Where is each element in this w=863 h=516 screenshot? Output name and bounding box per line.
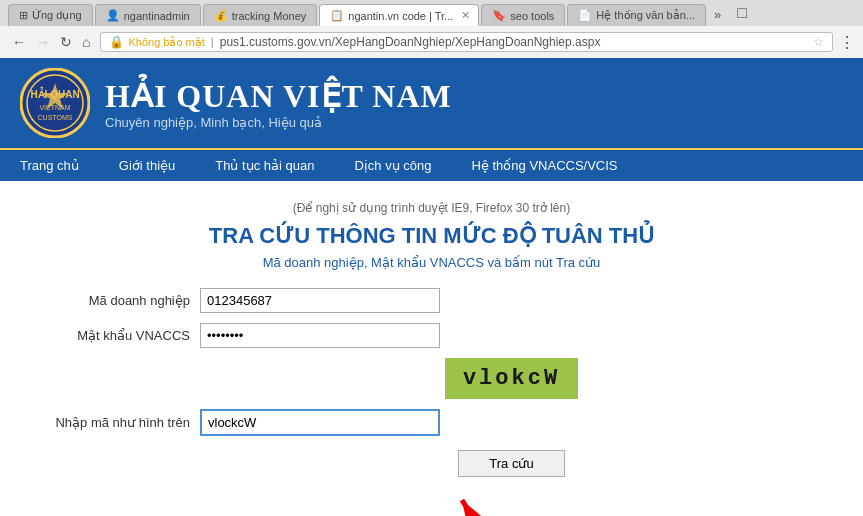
ma-dn-label: Mã doanh nghiệp [40, 293, 200, 308]
mat-khau-label: Mật khẩu VNACCS [40, 328, 200, 343]
nav-gioi-thieu[interactable]: Giới thiệu [99, 150, 195, 181]
forward-button[interactable]: → [32, 32, 54, 52]
tab-favicon: ⊞ [19, 9, 28, 22]
mat-khau-input[interactable] [200, 323, 440, 348]
nav-he-thong-vnaccs[interactable]: Hệ thống VNACCS/VCIS [452, 150, 638, 181]
svg-text:CUSTOMS: CUSTOMS [38, 114, 73, 121]
tab-close-icon[interactable]: ✕ [461, 9, 470, 22]
submit-button[interactable]: Tra cứu [458, 450, 564, 477]
site-logo: HẢI QUAN VIETNAM CUSTOMS [20, 68, 90, 138]
tab-favicon: 👤 [106, 9, 120, 22]
svg-text:VIETNAM: VIETNAM [39, 104, 70, 111]
main-title: TRA CỨU THÔNG TIN MỨC ĐỘ TUÂN THỦ [40, 223, 823, 249]
captcha-input-table: Nhập mã như hình trên [40, 409, 823, 436]
ma-dn-input[interactable] [200, 288, 440, 313]
separator: | [211, 36, 214, 48]
site-nav: Trang chủ Giới thiệu Thủ tục hải quan Dị… [0, 148, 863, 181]
tab-favicon: 📄 [578, 9, 592, 22]
nav-thu-tuc-hai-quan[interactable]: Thủ tục hải quan [195, 150, 334, 181]
reload-button[interactable]: ↻ [56, 32, 76, 52]
red-arrow [432, 485, 512, 516]
svg-line-7 [462, 500, 492, 516]
nav-trang-chu[interactable]: Trang chủ [0, 150, 99, 181]
form-table: Mã doanh nghiệp Mật khẩu VNACCS [40, 288, 823, 348]
captcha-input-row: Nhập mã như hình trên [40, 409, 823, 436]
main-content: (Để nghị sử dụng trình duyệt IE9, Firefo… [0, 181, 863, 516]
tab-he-thong-van-ban[interactable]: 📄 Hệ thống văn bản... [567, 4, 706, 26]
browser-tabs: ⊞ Ứng dụng 👤 ngantinadmin 💰 tracking Mon… [0, 0, 863, 26]
site-title: HẢI QUAN VIỆT NAM [105, 77, 452, 115]
captcha-image: vlokcW [445, 358, 578, 399]
back-button[interactable]: ← [8, 32, 30, 52]
site-subtitle: Chuyên nghiệp, Minh bạch, Hiệu quả [105, 115, 452, 130]
new-tab-icon[interactable]: □ [729, 0, 755, 26]
more-tabs-icon[interactable]: » [708, 3, 727, 26]
tab-seo-tools[interactable]: 🔖 seo tools [481, 4, 565, 26]
nav-buttons: ← → ↻ ⌂ [8, 32, 94, 52]
tab-ngantinadmin[interactable]: 👤 ngantinadmin [95, 4, 201, 26]
captcha-input[interactable] [200, 409, 440, 436]
submit-row: Tra cứu [200, 450, 823, 477]
page-content: HẢI QUAN VIETNAM CUSTOMS HẢI QUAN VIỆT N… [0, 58, 863, 516]
tab-favicon: 🔖 [492, 9, 506, 22]
hint-text: (Để nghị sử dụng trình duyệt IE9, Firefo… [40, 201, 823, 215]
home-button[interactable]: ⌂ [78, 32, 94, 52]
sub-title: Mã doanh nghiệp, Mật khẩu VNACCS và bấm … [40, 255, 823, 270]
browser-menu-icon[interactable]: ⋮ [839, 33, 855, 52]
ma-dn-row: Mã doanh nghiệp [40, 288, 823, 313]
tab-tracking-money[interactable]: 💰 tracking Money [203, 4, 318, 26]
tab-ung-dung[interactable]: ⊞ Ứng dụng [8, 4, 93, 26]
site-header: HẢI QUAN VIETNAM CUSTOMS HẢI QUAN VIỆT N… [0, 58, 863, 148]
lock-icon: 🔒 [109, 35, 124, 49]
address-bar[interactable]: 🔒 Không bảo mật | pus1.customs.gov.vn/Xe… [100, 32, 833, 52]
mat-khau-row: Mật khẩu VNACCS [40, 323, 823, 348]
tab-favicon: 💰 [214, 9, 228, 22]
captcha-row: vlokcW [40, 358, 823, 399]
not-secure-label: Không bảo mật [128, 36, 204, 49]
browser-toolbar: ← → ↻ ⌂ 🔒 Không bảo mật | pus1.customs.g… [0, 26, 863, 58]
site-title-area: HẢI QUAN VIỆT NAM Chuyên nghiệp, Minh bạ… [105, 77, 452, 130]
nav-dich-vu-cong[interactable]: Dịch vụ công [334, 150, 451, 181]
captcha-label: Nhập mã như hình trên [40, 415, 200, 430]
star-icon[interactable]: ☆ [813, 35, 824, 49]
arrow-container [120, 485, 823, 516]
tab-favicon: 📋 [330, 9, 344, 22]
tab-ngantin-code[interactable]: 📋 ngantin.vn code | Tr... ✕ [319, 4, 479, 26]
address-text: pus1.customs.gov.vn/XepHangDoanNghiep/Xe… [220, 35, 809, 49]
